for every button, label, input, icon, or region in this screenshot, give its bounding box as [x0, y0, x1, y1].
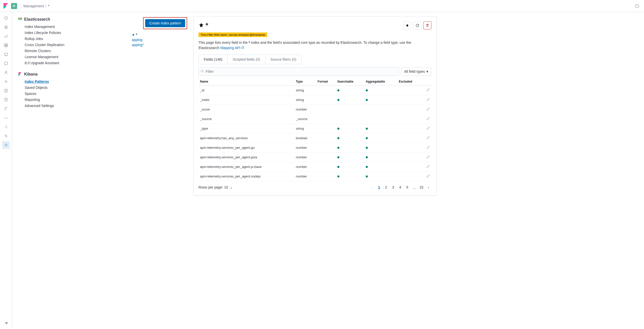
svg-point-4 — [638, 6, 638, 6]
svg-rect-11 — [5, 53, 8, 55]
nav-item[interactable]: Remote Clusters — [18, 48, 124, 54]
breadcrumb-root[interactable]: Management — [23, 4, 44, 8]
chevron-down-icon: ▾ — [426, 69, 428, 74]
rail-collapse-icon[interactable] — [2, 319, 10, 327]
nav-item[interactable]: License Management — [18, 54, 124, 60]
mapping-api-link[interactable]: Mapping API — [220, 46, 240, 50]
nav-item[interactable]: Cross Cluster Replication — [18, 42, 124, 48]
kibana-logo[interactable] — [3, 3, 9, 9]
edit-field-icon[interactable] — [426, 108, 430, 112]
description-text: This page lists every field in the * ind… — [198, 40, 431, 51]
nav-item[interactable]: Reporting — [18, 97, 124, 103]
column-header[interactable]: Name — [198, 78, 294, 86]
nav-item[interactable]: Advanced Settings — [18, 103, 124, 109]
svg-point-1 — [637, 5, 637, 5]
svg-point-17 — [201, 70, 203, 72]
nav-item[interactable]: Index Lifecycle Policies — [18, 30, 124, 36]
rail-dashboard-icon[interactable] — [2, 41, 10, 49]
section-elasticsearch: Elasticsearch — [18, 17, 124, 22]
edit-field-icon[interactable] — [426, 156, 430, 159]
pagination-page[interactable]: 3 — [390, 184, 396, 190]
column-header[interactable]: Format — [316, 78, 336, 86]
nav-item[interactable]: Saved Objects — [18, 85, 124, 91]
column-header[interactable]: Searchable — [336, 78, 364, 86]
filter-input[interactable] — [198, 67, 399, 76]
breadcrumb-separator: / — [46, 4, 47, 8]
svg-point-12 — [5, 71, 7, 72]
section-kibana: Kibana — [18, 72, 124, 77]
space-selector[interactable]: D — [11, 3, 17, 9]
edit-field-icon[interactable] — [426, 127, 430, 131]
index-pattern-link[interactable]: * — [132, 32, 144, 37]
svg-rect-9 — [5, 46, 6, 47]
pagination-prev[interactable]: ‹ — [369, 184, 375, 190]
rail-management-icon[interactable] — [2, 141, 10, 149]
top-header: D Management / * — [0, 0, 644, 12]
pagination-page[interactable]: 4 — [397, 184, 403, 190]
nav-item[interactable]: Spaces — [18, 91, 124, 97]
rail-ml-icon[interactable] — [2, 68, 10, 77]
breadcrumb-current: * — [48, 4, 49, 8]
pagination-next[interactable]: › — [425, 184, 431, 190]
app-rail — [0, 12, 12, 329]
rail-infra-icon[interactable] — [2, 78, 10, 86]
set-default-button[interactable] — [403, 21, 411, 29]
column-header[interactable]: Aggregatable — [364, 78, 397, 86]
svg-rect-14 — [5, 89, 7, 92]
pagination-page[interactable]: 15 — [418, 184, 424, 190]
svg-point-2 — [637, 7, 637, 7]
column-header[interactable]: Type — [294, 78, 316, 86]
edit-field-icon[interactable] — [426, 89, 430, 92]
rail-monitoring-icon[interactable] — [2, 132, 10, 140]
table-row: apm-telemetry.services_per_agent.javanum… — [198, 153, 431, 162]
edit-field-icon[interactable] — [426, 98, 430, 102]
nav-item[interactable]: Rollup Jobs — [18, 36, 124, 42]
create-index-pattern-button[interactable]: Create index pattern — [145, 19, 185, 27]
edit-field-icon[interactable] — [426, 175, 430, 178]
section-elasticsearch-title: Elasticsearch — [24, 17, 50, 22]
svg-point-3 — [636, 6, 636, 6]
index-pattern-link[interactable]: applog* — [132, 42, 144, 47]
edit-field-icon[interactable] — [426, 117, 430, 121]
tab[interactable]: Scripted fields (0) — [228, 55, 265, 64]
field-type-select[interactable]: All field types ▾ — [401, 67, 431, 76]
nav-item[interactable]: Index Management — [18, 24, 124, 30]
rail-apm-icon[interactable] — [2, 96, 10, 104]
help-icon[interactable] — [633, 2, 641, 10]
edit-field-icon[interactable] — [426, 136, 430, 140]
table-row: _indexstring — [198, 95, 431, 105]
rows-per-page-select[interactable]: Rows per page: 10 ⌄ — [198, 185, 233, 189]
tab[interactable]: Fields (146) — [199, 55, 228, 64]
pagination-page[interactable]: 5 — [404, 184, 410, 190]
nav-item[interactable]: Index Patterns — [18, 79, 124, 85]
refresh-button[interactable] — [413, 21, 421, 29]
table-row: apm-telemetry.services_per_agent.gonumbe… — [198, 143, 431, 153]
table-row: apm-telemetry.services_per_agent.nodejsn… — [198, 172, 431, 181]
edit-field-icon[interactable] — [426, 146, 430, 150]
pagination-page[interactable]: 2 — [383, 184, 389, 190]
svg-rect-8 — [6, 44, 8, 45]
rail-recent-icon[interactable] — [2, 14, 10, 22]
column-header[interactable]: Excluded — [397, 78, 422, 86]
rail-siem-icon[interactable] — [2, 114, 10, 122]
rail-visualize-icon[interactable] — [2, 32, 10, 40]
rail-maps-icon[interactable] — [2, 59, 10, 67]
delete-button[interactable] — [423, 21, 431, 29]
rail-uptime-icon[interactable] — [2, 105, 10, 113]
rail-devtools-icon[interactable] — [2, 123, 10, 131]
svg-rect-7 — [5, 44, 6, 45]
index-pattern-title: * — [206, 21, 208, 29]
table-row: apm-telemetry.has_any_servicesboolean — [198, 133, 431, 143]
pagination-page[interactable]: 1 — [376, 184, 382, 190]
rail-discover-icon[interactable] — [2, 23, 10, 31]
nav-item[interactable]: 8.0 Upgrade Assistant — [18, 60, 124, 66]
table-row: _idstring — [198, 86, 431, 95]
index-pattern-link[interactable]: applog — [132, 37, 144, 42]
section-kibana-title: Kibana — [24, 72, 37, 77]
rail-logs-icon[interactable] — [2, 87, 10, 95]
external-link-icon[interactable] — [241, 46, 244, 50]
tab[interactable]: Source filters (0) — [265, 55, 301, 64]
rail-canvas-icon[interactable] — [2, 50, 10, 58]
table-row: _scorenumber — [198, 105, 431, 114]
edit-field-icon[interactable] — [426, 165, 430, 169]
